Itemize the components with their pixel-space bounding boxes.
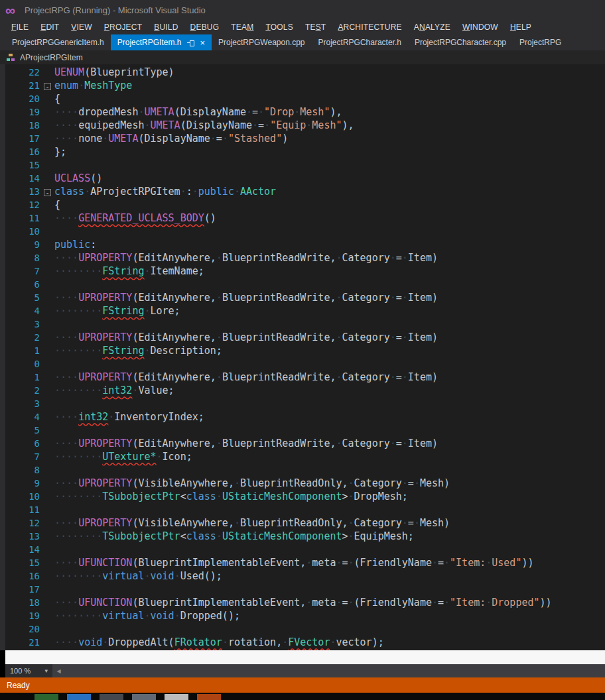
horizontal-scrollbar[interactable]: ◀ <box>53 664 605 677</box>
menu-item-help[interactable]: HELP <box>504 23 537 32</box>
fold-collapse-icon[interactable]: - <box>40 185 54 198</box>
code-token: = <box>396 438 402 449</box>
code-line[interactable]: 15····UFUNCTION(BlueprintImplementableEv… <box>5 556 605 569</box>
scroll-left-arrow-icon[interactable]: ◀ <box>53 668 64 674</box>
taskbar-icon[interactable] <box>132 694 156 700</box>
code-token: (DisplayName <box>180 119 252 131</box>
menu-item-debug[interactable]: DEBUG <box>184 23 226 32</box>
code-token: UPROPERTY <box>78 438 132 449</box>
taskbar-icon[interactable] <box>197 694 221 700</box>
tab-projectrpggenericitem.h[interactable]: ProjectRPGGenericItem.h <box>5 34 111 50</box>
code-line[interactable]: 21-enum·MeshType <box>5 79 605 92</box>
menu-item-architecture[interactable]: ARCHITECTURE <box>332 23 407 32</box>
code-line[interactable]: 6····UPROPERTY(EditAnywhere,·BlueprintRe… <box>5 437 605 450</box>
tab-projectrpg[interactable]: ProjectRPG <box>513 34 568 50</box>
menu-item-team[interactable]: TEAM <box>225 23 259 32</box>
code-line[interactable]: 16}; <box>5 145 605 158</box>
code-editor[interactable]: 22UENUM(BlueprintType)21-enum·MeshType20… <box>5 64 605 650</box>
fold-margin <box>40 596 54 609</box>
code-line[interactable]: 18····equipedMesh·UMETA(DisplayName·=·"E… <box>5 119 605 132</box>
code-line[interactable]: 16········virtual·void·Used(); <box>5 569 605 583</box>
code-line[interactable]: 9public: <box>5 238 605 251</box>
code-token: · <box>102 636 108 648</box>
menu-item-tools[interactable]: TOOLS <box>259 23 299 32</box>
tab-projectrpgcharacter.cpp[interactable]: ProjectRPGCharacter.cpp <box>408 34 513 50</box>
code-line[interactable]: 4········FString·Lore; <box>5 304 605 318</box>
code-line[interactable]: 6 <box>5 278 605 291</box>
code-token: · <box>216 530 222 542</box>
code-line[interactable]: 21····void·DroppedAlt(FRotator·rotation,… <box>5 636 605 649</box>
tab-projectrpgcharacter.h[interactable]: ProjectRPGCharacter.h <box>312 34 408 50</box>
code-line[interactable]: 8····UPROPERTY(EditAnywhere,·BlueprintRe… <box>5 251 605 264</box>
menu-item-test[interactable]: TEST <box>299 23 332 32</box>
menu-item-view[interactable]: VIEW <box>65 23 98 32</box>
code-line[interactable]: 19····dropedMesh·UMETA(DisplayName·=·"Dr… <box>5 105 605 119</box>
taskbar-icon[interactable] <box>34 694 58 700</box>
pin-icon[interactable] <box>187 39 195 46</box>
code-line[interactable]: 7········FString·ItemName; <box>5 264 605 278</box>
fold-collapse-icon[interactable]: - <box>40 79 54 92</box>
code-line[interactable]: 11····GENERATED_UCLASS_BODY() <box>5 211 605 225</box>
code-line[interactable]: 10 <box>5 225 605 238</box>
code-line[interactable]: 5 <box>5 424 605 437</box>
code-line[interactable]: 22UENUM(BlueprintType) <box>5 66 605 79</box>
code-line[interactable]: 17····none·UMETA(DisplayName·=·"Stashed"… <box>5 132 605 145</box>
menu-item-edit[interactable]: EDIT <box>34 23 65 32</box>
code-line[interactable]: 17 <box>5 583 605 596</box>
menu-item-file[interactable]: FILE <box>5 23 34 32</box>
code-text: UCLASS() <box>54 172 102 185</box>
code-line[interactable]: 19········virtual·void·Dropped(); <box>5 609 605 622</box>
code-text: ····UPROPERTY(EditAnywhere,·BlueprintRea… <box>54 371 438 384</box>
taskbar-icon[interactable] <box>67 694 91 700</box>
code-line[interactable]: 14 <box>5 543 605 556</box>
code-line[interactable]: 2····UPROPERTY(EditAnywhere,·BlueprintRe… <box>5 331 605 344</box>
code-line[interactable]: 20 <box>5 622 605 636</box>
code-line[interactable]: 15 <box>5 158 605 172</box>
code-line[interactable]: 1····UPROPERTY(EditAnywhere,·BlueprintRe… <box>5 371 605 384</box>
code-token: · <box>336 597 342 609</box>
code-line[interactable]: 20{ <box>5 92 605 105</box>
code-line[interactable]: 13-class·AProjectRPGItem·:·public·AActor <box>5 185 605 198</box>
code-line[interactable]: 0 <box>5 357 605 371</box>
scrollbar-track[interactable] <box>64 664 605 677</box>
code-line[interactable]: 11 <box>5 503 605 516</box>
menu-item-analyze[interactable]: ANALYZE <box>408 23 456 32</box>
scope-dropdown-label[interactable]: AProjectRPGItem <box>20 53 83 62</box>
code-token: · <box>216 252 222 264</box>
fold-margin <box>40 251 54 264</box>
menu-item-window[interactable]: WINDOW <box>456 23 504 32</box>
code-line[interactable]: 10········TSubobjectPtr<class·UStaticMes… <box>5 490 605 503</box>
code-line[interactable]: 14UCLASS() <box>5 172 605 185</box>
code-line[interactable]: 4····int32·InventoryIndex; <box>5 410 605 424</box>
breadcrumb[interactable]: AProjectRPGItem <box>0 50 605 64</box>
line-number: 17 <box>5 583 40 596</box>
code-line[interactable]: 18····UFUNCTION(BlueprintImplementableEv… <box>5 596 605 609</box>
line-number: 4 <box>5 304 40 318</box>
code-token: = <box>342 597 348 609</box>
code-token: (EditAnywhere, <box>132 331 216 343</box>
fold-margin <box>40 503 54 516</box>
menu-item-project[interactable]: PROJECT <box>98 23 148 32</box>
code-line[interactable]: 1········FString·Description; <box>5 344 605 357</box>
code-line[interactable]: 8 <box>5 463 605 477</box>
taskbar-icon[interactable] <box>100 694 123 700</box>
line-number: 6 <box>5 437 40 450</box>
tab-projectrpgitem.h[interactable]: ProjectRPGItem.h× <box>111 34 212 50</box>
code-line[interactable]: 13········TSubobjectPtr<class·UStaticMes… <box>5 530 605 543</box>
code-line[interactable]: 3 <box>5 397 605 410</box>
code-line[interactable]: 12····UPROPERTY(VisibleAnywhere,·Bluepri… <box>5 516 605 530</box>
code-line[interactable]: 5····UPROPERTY(EditAnywhere,·BlueprintRe… <box>5 291 605 304</box>
code-line[interactable]: 2········int32·Value; <box>5 384 605 397</box>
code-token: UTexture* <box>102 451 156 463</box>
code-line[interactable]: 9····UPROPERTY(VisibleAnywhere,·Blueprin… <box>5 477 605 490</box>
zoom-control[interactable]: 100 % ▾ <box>5 664 53 677</box>
code-line[interactable]: 12{ <box>5 198 605 211</box>
code-line[interactable]: 7········UTexture*·Icon; <box>5 450 605 463</box>
tab-projectrpgweapon.cpp[interactable]: ProjectRPGWeapon.cpp <box>212 34 312 50</box>
close-icon[interactable]: × <box>200 38 205 47</box>
code-token: · <box>192 186 198 198</box>
taskbar-icon[interactable] <box>165 694 188 700</box>
fold-margin <box>40 119 54 132</box>
menu-item-build[interactable]: BUILD <box>148 23 184 32</box>
code-line[interactable]: 3 <box>5 318 605 331</box>
